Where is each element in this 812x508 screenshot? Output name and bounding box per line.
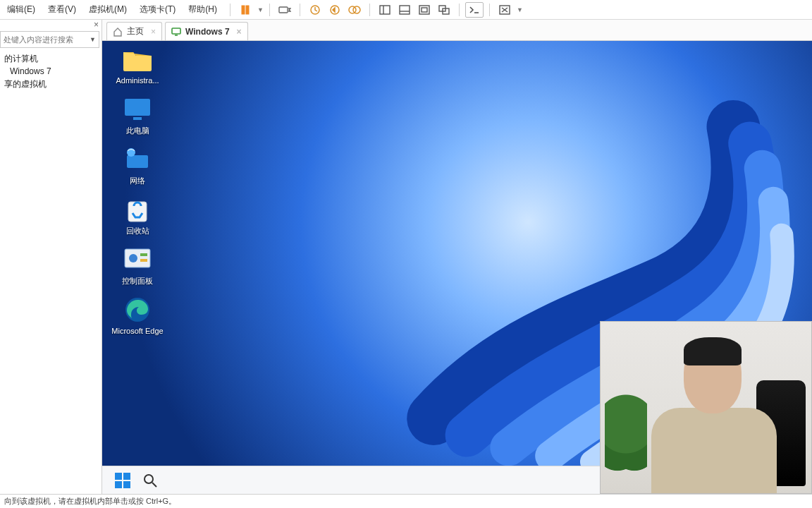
svg-rect-12 [422, 8, 427, 12]
separator [369, 4, 370, 16]
desktop-icon-network[interactable]: 网络 [111, 145, 164, 186]
view-unity-button[interactable] [435, 2, 453, 18]
tab-home-label: 主页 [127, 25, 144, 37]
svg-rect-31 [115, 481, 122, 488]
desktop-icons: Administra... 此电脑 网络 回收站 控制面板 [111, 45, 164, 336]
console-button[interactable] [465, 2, 484, 18]
tab-vm-label: Windows 7 [185, 27, 230, 37]
stretch-button[interactable] [496, 2, 514, 18]
separator [230, 4, 230, 16]
separator [459, 4, 460, 16]
tree-item-windows7[interactable]: Windows 7 [3, 65, 99, 78]
desktop-icon-label: 此电脑 [126, 126, 149, 135]
webcam-plant [605, 394, 647, 493]
svg-rect-23 [128, 202, 147, 222]
svg-rect-29 [115, 473, 122, 480]
power-controls: ▼ [236, 2, 264, 18]
desktop-icon-folder[interactable]: Administra... [111, 45, 164, 85]
separator [300, 4, 300, 16]
desktop-icon-control-panel[interactable]: 控制面板 [111, 246, 164, 286]
library-sidebar: × 处键入内容进行搜索 ▼ 的计算机 Windows 7 享的虚拟机 [0, 20, 102, 494]
main-area: 主页 × Windows 7 × [102, 20, 812, 494]
svg-rect-17 [172, 28, 180, 34]
menu-tabs[interactable]: 选项卡(T) [140, 4, 176, 16]
snapshot-controls [306, 2, 364, 18]
svg-line-34 [152, 483, 156, 487]
svg-rect-0 [242, 6, 245, 14]
menu-help[interactable]: 帮助(H) [188, 4, 217, 16]
menu-view[interactable]: 查看(V) [48, 4, 76, 16]
library-tree: 的计算机 Windows 7 享的虚拟机 [0, 51, 102, 92]
tab-home-close[interactable]: × [151, 27, 156, 37]
separator [269, 4, 270, 16]
tab-row: 主页 × Windows 7 × [102, 20, 812, 41]
desktop-icon-label: Microsoft Edge [111, 327, 163, 336]
menu-edit[interactable]: 编辑(E) [7, 4, 35, 16]
view-controls [376, 2, 453, 18]
view-thumbnail-button[interactable] [395, 2, 414, 18]
separator [489, 4, 490, 16]
desktop-icon-label: 控制面板 [122, 277, 153, 286]
menu-items: 编辑(E) 查看(V) 虚拟机(M) 选项卡(T) 帮助(H) [0, 4, 224, 16]
start-button[interactable] [115, 473, 130, 488]
sidebar-close-button[interactable]: × [0, 20, 102, 30]
send-ctrl-alt-del-button[interactable] [276, 2, 294, 18]
snapshot-take-button[interactable] [306, 2, 324, 18]
monitor-icon [171, 27, 181, 37]
folder-icon [122, 45, 153, 73]
svg-point-25 [129, 254, 137, 262]
status-text: 向到该虚拟机，请在虚拟机内部单击或按 Ctrl+G。 [4, 496, 176, 507]
svg-rect-21 [127, 155, 148, 168]
webcam-person-body [651, 408, 777, 494]
snapshot-revert-button[interactable] [326, 2, 344, 18]
svg-rect-20 [133, 117, 142, 120]
search-dropdown-icon[interactable]: ▼ [90, 36, 96, 43]
control-panel-icon [122, 246, 153, 274]
power-dropdown-icon[interactable]: ▼ [257, 6, 264, 13]
tree-item-shared-vms[interactable]: 享的虚拟机 [3, 78, 99, 90]
menu-vm[interactable]: 虚拟机(M) [89, 4, 127, 16]
svg-rect-32 [123, 481, 130, 488]
stretch-dropdown-icon[interactable]: ▼ [517, 6, 523, 13]
monitor-icon [122, 95, 153, 123]
desktop-icon-label: 回收站 [126, 226, 149, 236]
svg-rect-2 [279, 7, 288, 13]
stretch-controls: ▼ [496, 2, 523, 18]
svg-rect-27 [140, 259, 147, 262]
svg-point-33 [144, 475, 153, 483]
svg-rect-9 [400, 6, 410, 14]
edge-icon [122, 296, 153, 324]
svg-rect-1 [246, 6, 249, 14]
tree-item-my-computer[interactable]: 的计算机 [3, 52, 99, 65]
svg-point-6 [353, 6, 360, 13]
desktop-icon-label: 网络 [130, 176, 145, 186]
svg-rect-19 [125, 99, 150, 116]
menu-bar: 编辑(E) 查看(V) 虚拟机(M) 选项卡(T) 帮助(H) ▼ ▼ [0, 0, 812, 20]
search-placeholder: 处键入内容进行搜索 [4, 35, 73, 45]
view-sidebar-button[interactable] [376, 2, 394, 18]
svg-rect-30 [123, 473, 130, 480]
taskbar-search-button[interactable] [143, 473, 157, 488]
desktop-icon-recycle-bin[interactable]: 回收站 [111, 195, 164, 236]
view-fullscreen-button[interactable] [415, 2, 433, 18]
desktop-icon-this-pc[interactable]: 此电脑 [111, 95, 164, 135]
webcam-person-hair [684, 337, 742, 365]
tab-vm-close[interactable]: × [237, 27, 242, 37]
network-icon [122, 145, 153, 174]
webcam-overlay [600, 321, 812, 494]
svg-rect-7 [380, 6, 390, 14]
snapshot-manager-button[interactable] [345, 2, 364, 18]
status-bar: 向到该虚拟机，请在虚拟机内部单击或按 Ctrl+G。 [0, 494, 812, 508]
svg-rect-26 [140, 253, 147, 256]
pause-button[interactable] [236, 2, 254, 18]
tab-home[interactable]: 主页 × [106, 22, 162, 40]
desktop-icon-edge[interactable]: Microsoft Edge [111, 296, 164, 336]
svg-rect-11 [419, 6, 429, 14]
desktop-icon-label: Administra... [116, 76, 159, 85]
tab-vm[interactable]: Windows 7 × [165, 22, 248, 40]
recycle-icon [122, 195, 153, 224]
library-search-input[interactable]: 处键入内容进行搜索 ▼ [0, 31, 99, 48]
home-icon [113, 27, 123, 37]
